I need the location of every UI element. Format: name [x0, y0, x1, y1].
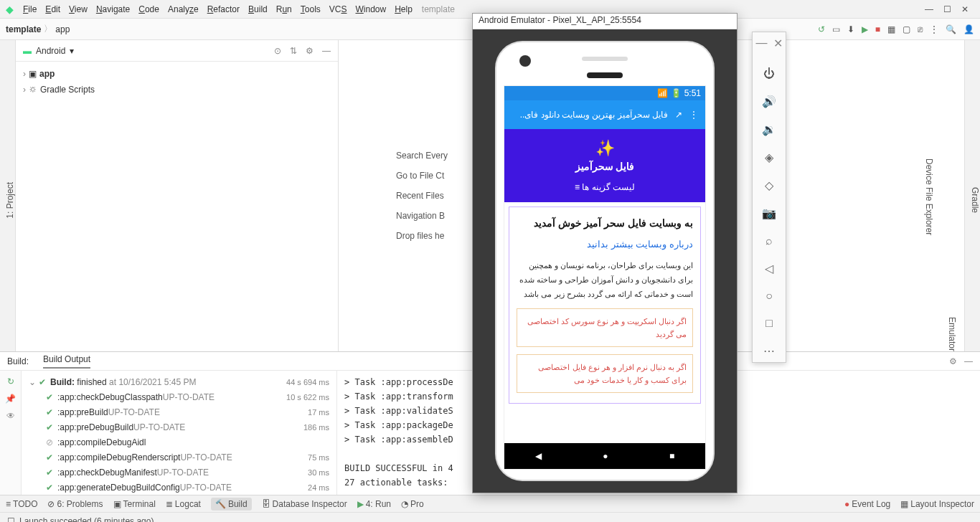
- account-icon[interactable]: 👤: [963, 24, 974, 34]
- emulator-window: Android Emulator - Pixel_XL_API_25:5554 …: [472, 13, 738, 493]
- hide-icon[interactable]: —: [322, 46, 331, 56]
- gear-icon[interactable]: ⚙: [949, 356, 957, 366]
- nav-recents-icon[interactable]: ■: [669, 451, 674, 461]
- more-link[interactable]: درباره وبسایت بیشتر بدانید: [517, 239, 693, 250]
- menu-tools[interactable]: Tools: [297, 2, 324, 16]
- stop-icon[interactable]: ■: [875, 24, 880, 34]
- sort-icon[interactable]: ⇅: [290, 46, 297, 56]
- volume-up-icon[interactable]: 🔊: [762, 95, 776, 108]
- menu-run[interactable]: Run: [273, 2, 296, 16]
- menu-code[interactable]: Code: [135, 2, 163, 16]
- app-actions-icon[interactable]: ⋮: [930, 24, 938, 34]
- screenshot-icon[interactable]: 📷: [762, 207, 776, 220]
- tab-layout-inspector[interactable]: ▦ Layout Inspector: [900, 499, 974, 509]
- gutter-gradle[interactable]: Gradle: [970, 187, 980, 213]
- hero-title: فایل سحرآمیز: [504, 161, 705, 172]
- tree-label: Gradle Scripts: [40, 82, 95, 98]
- rotate-right-icon[interactable]: ◇: [765, 179, 773, 192]
- sdk-icon[interactable]: ⬇: [847, 24, 854, 34]
- breadcrumb-root[interactable]: template: [6, 24, 41, 34]
- menu-build[interactable]: Build: [245, 2, 271, 16]
- tab-event-log[interactable]: ● Event Log: [844, 499, 890, 509]
- gear-icon[interactable]: ⚙: [306, 46, 314, 56]
- build-task-row[interactable]: ✔:app:compileDebugRenderscript UP-TO-DAT…: [29, 450, 329, 465]
- breadcrumb-leaf[interactable]: app: [55, 24, 70, 34]
- task-name: :app:generateDebugBuildConfig: [57, 480, 180, 495]
- gutter-device-file-explorer[interactable]: Device File Explorer: [924, 158, 934, 235]
- tab-todo[interactable]: ≡ TODO: [6, 499, 37, 509]
- build-root[interactable]: ⌄ ✔ Build: finished at 10/16/2021 5:45 P…: [29, 375, 329, 390]
- build-task-row[interactable]: ✔:app:preBuild UP-TO-DATE17 ms: [29, 405, 329, 420]
- task-name: :app:checkDebugManifest: [57, 465, 157, 480]
- build-output-tab[interactable]: Build Output: [43, 354, 90, 369]
- tab-problems[interactable]: ⊘ 6: Problems: [47, 499, 103, 509]
- window-minimize[interactable]: —: [925, 4, 933, 14]
- tab-run[interactable]: ▶ 4: Run: [357, 499, 391, 509]
- project-view-title[interactable]: Android: [36, 46, 65, 56]
- more-icon[interactable]: ⋯: [763, 344, 775, 358]
- battery-icon: 🔋: [671, 88, 682, 98]
- nav-back-icon[interactable]: ◀: [535, 451, 542, 461]
- select-target-icon[interactable]: ⊙: [274, 46, 281, 56]
- gutter-emulator[interactable]: Emulator: [947, 317, 957, 351]
- android-studio-icon: ◆: [6, 4, 14, 15]
- search-icon[interactable]: 🔍: [946, 24, 956, 34]
- home-icon[interactable]: ○: [765, 290, 773, 303]
- device-screen[interactable]: 📶 🔋 5:51 ⋮ ↗ فایل سحرآمیز بهترین وبسایت …: [504, 85, 706, 470]
- menu-navigate[interactable]: Navigate: [93, 2, 133, 16]
- layout-bounds-icon[interactable]: ▢: [903, 24, 910, 34]
- hero-list-toggle[interactable]: ≡ لیست گزینه ها: [504, 182, 705, 192]
- zoom-icon[interactable]: ⌕: [765, 234, 773, 247]
- avd-icon[interactable]: ▭: [832, 24, 840, 34]
- attach-icon[interactable]: ⎚: [918, 24, 923, 34]
- run-icon[interactable]: ▶: [862, 24, 868, 34]
- menu-refactor[interactable]: Refactor: [204, 2, 243, 16]
- chevron-down-icon[interactable]: ▾: [70, 46, 74, 56]
- back-icon[interactable]: ◁: [765, 262, 773, 275]
- tab-terminal[interactable]: ▣ Terminal: [113, 499, 156, 509]
- power-icon[interactable]: ⏻: [763, 67, 775, 80]
- tree-node-gradle[interactable]: › ⛭ Gradle Scripts: [23, 82, 331, 98]
- pin-icon[interactable]: 📌: [5, 394, 16, 404]
- menu-window[interactable]: Window: [352, 2, 390, 16]
- profiler-icon[interactable]: ▦: [887, 24, 895, 34]
- build-task-row[interactable]: ⊘:app:compileDebugAidl: [29, 435, 329, 450]
- build-task-row[interactable]: ✔:app:preDebugBuild UP-TO-DATE186 ms: [29, 420, 329, 435]
- task-time: 30 ms: [308, 465, 329, 480]
- menu-vcs[interactable]: VCS: [326, 2, 351, 16]
- tab-build[interactable]: 🔨 Build: [211, 498, 252, 511]
- eye-icon[interactable]: 👁: [6, 411, 15, 421]
- window-close[interactable]: ✕: [961, 4, 969, 14]
- menu-edit[interactable]: Edit: [42, 2, 64, 16]
- sync-icon[interactable]: ↺: [818, 24, 825, 34]
- app-bar-title: فایل سحرآمیز بهترین وبسایت دانلود فای..: [512, 110, 668, 120]
- menu-analyze[interactable]: Analyze: [164, 2, 202, 16]
- emu-close-icon[interactable]: ✕: [773, 37, 783, 50]
- build-task-row[interactable]: ✔:app:checkDebugManifest UP-TO-DATE30 ms: [29, 465, 329, 480]
- tab-profiler[interactable]: ◔ Pro: [401, 499, 424, 509]
- task-name: :app:preDebugBuild: [57, 420, 133, 435]
- share-icon[interactable]: ↗: [675, 110, 682, 120]
- rerun-icon[interactable]: ↻: [7, 376, 14, 386]
- nav-home-icon[interactable]: ●: [603, 451, 608, 461]
- status-message: Launch succeeded (6 minutes ago): [19, 516, 154, 523]
- task-status: UP-TO-DATE: [163, 390, 215, 405]
- rotate-left-icon[interactable]: ◈: [765, 151, 773, 164]
- menu-file[interactable]: File: [19, 2, 40, 16]
- window-maximize[interactable]: ☐: [943, 4, 951, 14]
- gutter-project[interactable]: 1: Project: [5, 182, 15, 219]
- overview-icon[interactable]: □: [765, 317, 773, 330]
- volume-down-icon[interactable]: 🔉: [762, 123, 776, 136]
- hide-icon[interactable]: —: [964, 356, 973, 366]
- build-task-row[interactable]: ✔:app:generateDebugBuildConfig UP-TO-DAT…: [29, 480, 329, 495]
- menu-view[interactable]: View: [65, 2, 91, 16]
- menu-help[interactable]: Help: [391, 2, 416, 16]
- tab-db-inspector[interactable]: 🗄 Database Inspector: [262, 499, 347, 509]
- task-name: :app:preBuild: [57, 405, 108, 420]
- tree-node-app[interactable]: › ▣ app: [23, 66, 331, 82]
- emu-minimize-icon[interactable]: —: [756, 37, 768, 50]
- tab-logcat[interactable]: ≣ Logcat: [166, 499, 201, 509]
- overflow-icon[interactable]: ⋮: [689, 110, 698, 120]
- build-task-row[interactable]: ✔:app:checkDebugClasspath UP-TO-DATE10 s…: [29, 390, 329, 405]
- build-root-label: Build:: [50, 375, 75, 390]
